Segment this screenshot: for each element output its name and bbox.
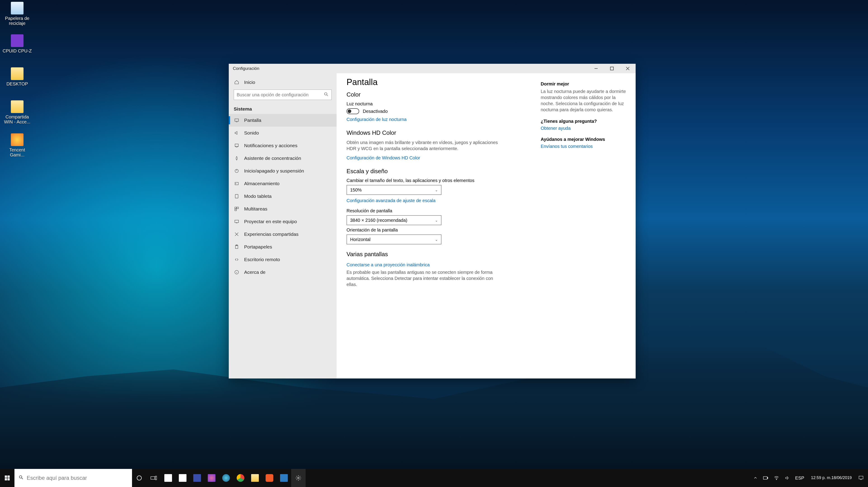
- settings-content: Pantalla Color Luz nocturna Desactivado …: [337, 73, 636, 378]
- svg-point-37: [776, 479, 777, 480]
- cortana-icon: [136, 475, 142, 481]
- wireless-projection-link[interactable]: Conectarse a una proyección inalámbrica: [346, 262, 430, 268]
- toggle-thumb: [348, 110, 351, 113]
- chevron-down-icon: ⌄: [435, 188, 438, 192]
- taskbar-search-placeholder: Escribe aquí para buscar: [27, 475, 87, 481]
- nav-item-pantalla[interactable]: Pantalla: [229, 114, 337, 127]
- nav-item-portapapeles[interactable]: Portapapeles: [229, 241, 337, 253]
- desktop-icon-recycle-bin[interactable]: Papelera de reciclaje: [1, 2, 33, 26]
- resolution-dropdown[interactable]: 3840 × 2160 (recomendada) ⌄: [346, 215, 441, 225]
- svg-rect-38: [859, 476, 863, 479]
- power-icon: [234, 168, 240, 174]
- scale-advanced-link[interactable]: Configuración avanzada de ajuste de esca…: [346, 198, 436, 203]
- taskbar-app-brave[interactable]: [262, 469, 277, 487]
- desktop-icon-tencent[interactable]: Tencent Gami...: [1, 133, 33, 157]
- nav-item-energia[interactable]: Inicio/apagado y suspensión: [229, 164, 337, 177]
- desktop-icon-desktop-folder[interactable]: DESKTOP: [1, 67, 33, 86]
- tray-volume[interactable]: [782, 469, 792, 487]
- tray-battery[interactable]: [761, 469, 770, 487]
- tray-language[interactable]: ESP: [793, 469, 807, 487]
- taskbar-app-mail[interactable]: [176, 469, 190, 487]
- nightlight-toggle[interactable]: Desactivado: [346, 108, 531, 114]
- desktop: Papelera de reciclaje CPUID CPU-Z DESKTO…: [0, 0, 868, 487]
- svg-rect-8: [235, 144, 239, 147]
- nav-item-sonido[interactable]: Sonido: [229, 127, 337, 139]
- tablet-icon: [234, 193, 240, 199]
- taskbar-app-live[interactable]: [190, 469, 204, 487]
- nav-item-experiencias[interactable]: Experiencias compartidas: [229, 228, 337, 241]
- nav-item-multitareas[interactable]: Multitareas: [229, 203, 337, 215]
- hd-color-desc: Obtén una imagen más brillante y vibrant…: [346, 140, 500, 152]
- search-icon: [19, 475, 24, 481]
- aside-help-heading: ¿Tienes alguna pregunta?: [541, 119, 629, 124]
- tray-wifi[interactable]: [772, 469, 781, 487]
- chevron-down-icon: ⌄: [435, 237, 438, 242]
- clipboard-icon: [234, 244, 240, 250]
- display-icon: [234, 117, 240, 123]
- chevron-down-icon: ⌄: [435, 218, 438, 222]
- toggle-track: [346, 108, 359, 114]
- nav-item-notificaciones[interactable]: Notificaciones y acciones: [229, 139, 337, 152]
- nav-item-label: Notificaciones y acciones: [244, 143, 298, 148]
- settings-search-input[interactable]: [237, 92, 324, 97]
- windows-icon: [4, 475, 10, 481]
- nav-item-almacenamiento[interactable]: Almacenamiento: [229, 177, 337, 190]
- settings-main[interactable]: Pantalla Color Luz nocturna Desactivado …: [337, 73, 541, 378]
- wifi-icon: [774, 476, 779, 480]
- nav-item-proyectar[interactable]: Proyectar en este equipo: [229, 215, 337, 228]
- titlebar[interactable]: Configuración: [229, 64, 636, 73]
- svg-rect-27: [5, 478, 7, 481]
- aside-sleep-heading: Dormir mejor: [541, 82, 629, 87]
- clock-date: 18/06/2019: [831, 476, 852, 480]
- nav-item-acerca[interactable]: Acerca de: [229, 266, 337, 278]
- maximize-icon: [610, 66, 614, 71]
- orientation-dropdown[interactable]: Horizontal ⌄: [346, 235, 441, 244]
- svg-rect-1: [610, 67, 614, 70]
- aside-feedback-link[interactable]: Envíanos tus comentarios: [541, 144, 593, 149]
- resolution-value: 3840 × 2160 (recomendada): [350, 218, 407, 223]
- taskbar: Escribe aquí para buscar: [0, 469, 868, 487]
- taskbar-app-explorer[interactable]: [248, 469, 262, 487]
- tray-clock[interactable]: 12:59 p. m. 18/06/2019: [808, 469, 855, 487]
- taskbar-app-store[interactable]: [161, 469, 176, 487]
- nightlight-settings-link[interactable]: Configuración de luz nocturna: [346, 117, 407, 122]
- minimize-button[interactable]: [588, 64, 604, 73]
- nav-item-label: Multitareas: [244, 206, 268, 212]
- svg-line-5: [327, 95, 328, 96]
- taskbar-app-settings[interactable]: [291, 469, 306, 487]
- taskview-button[interactable]: [147, 469, 161, 487]
- svg-rect-33: [155, 476, 157, 480]
- system-tray: ESP 12:59 p. m. 18/06/2019: [751, 469, 868, 487]
- scale-dropdown[interactable]: 150% ⌄: [346, 185, 441, 195]
- tray-overflow-button[interactable]: [751, 469, 760, 487]
- gear-icon: [295, 475, 302, 481]
- nav-item-concentracion[interactable]: Asistente de concentración: [229, 152, 337, 164]
- hd-color-link[interactable]: Configuración de Windows HD Color: [346, 155, 420, 160]
- nav-item-escritorio-remoto[interactable]: Escritorio remoto: [229, 253, 337, 266]
- settings-search[interactable]: [234, 90, 332, 100]
- clock-time: 12:59 p. m.: [811, 476, 831, 480]
- taskbar-app-edge[interactable]: [219, 469, 233, 487]
- aside-help-link[interactable]: Obtener ayuda: [541, 126, 570, 131]
- maximize-button[interactable]: [604, 64, 620, 73]
- taskbar-search[interactable]: Escribe aquí para buscar: [14, 469, 132, 487]
- svg-rect-28: [7, 478, 10, 481]
- desktop-icon-shared-folder[interactable]: Compartida WIN - Acce...: [1, 100, 33, 124]
- settings-aside: Dormir mejor La luz nocturna puede ayuda…: [541, 73, 636, 378]
- taskbar-app-paint[interactable]: [204, 469, 219, 487]
- nav-item-tableta[interactable]: Modo tableta: [229, 190, 337, 203]
- search-icon: [324, 92, 329, 98]
- project-icon: [234, 219, 240, 224]
- start-button[interactable]: [0, 469, 14, 487]
- svg-rect-17: [235, 220, 239, 223]
- nightlight-label: Luz nocturna: [346, 101, 531, 106]
- close-button[interactable]: [620, 64, 636, 73]
- taskbar-app-teamviewer[interactable]: [277, 469, 291, 487]
- nav-home[interactable]: Inicio: [229, 76, 337, 89]
- taskbar-app-chrome[interactable]: [233, 469, 248, 487]
- desktop-icon-cpuz[interactable]: CPUID CPU-Z: [1, 34, 33, 53]
- desktop-icon-label: Papelera de reciclaje: [1, 16, 33, 26]
- svg-point-34: [298, 477, 299, 479]
- tray-action-center[interactable]: [856, 469, 866, 487]
- cortana-button[interactable]: [132, 469, 147, 487]
